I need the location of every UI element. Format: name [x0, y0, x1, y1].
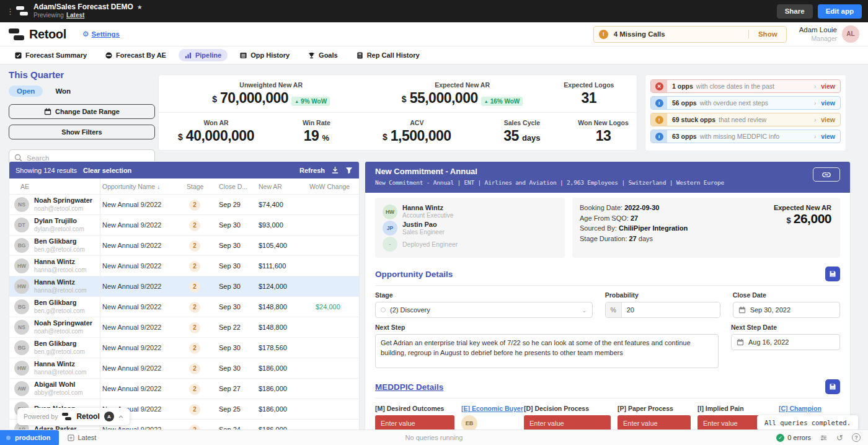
- member-name: Justin Pao: [402, 221, 445, 229]
- settings-link[interactable]: ⚙ Settings: [82, 30, 120, 38]
- show-button[interactable]: Show: [755, 30, 781, 38]
- table-row[interactable]: HW Hanna Wintz hanna@retool.com New Annu…: [9, 358, 359, 379]
- tab-forecast-summary[interactable]: Forecast Summary: [9, 49, 93, 61]
- environment-chip[interactable]: production: [0, 430, 59, 445]
- paper-process-input[interactable]: [618, 415, 691, 430]
- ae-email: ben.g@retool.com: [34, 348, 85, 356]
- alert-count: 1 opps: [672, 82, 693, 90]
- chevron-up-icon[interactable]: [118, 415, 123, 418]
- clear-selection-button[interactable]: Clear selection: [83, 167, 131, 174]
- tab-goals[interactable]: Goals: [302, 49, 344, 61]
- table-row[interactable]: BG Ben Glikbarg ben.g@retool.com New Ann…: [9, 338, 359, 358]
- view-link[interactable]: view: [821, 82, 835, 90]
- menu-dots-icon[interactable]: ⋮: [6, 7, 14, 16]
- opportunity-name: New Annual 9/2022: [100, 221, 184, 229]
- toggle-open[interactable]: Open: [9, 86, 43, 97]
- team-member-se: JP Justin PaoSales Engineer: [383, 221, 557, 236]
- debug-tools-icon[interactable]: [820, 434, 828, 442]
- avatar: BG: [14, 299, 29, 314]
- close-date: Sep 30: [216, 283, 256, 290]
- decision-process-label: [D] Decision Process: [524, 405, 611, 412]
- currency-prefix: $: [402, 94, 407, 104]
- table-row[interactable]: BG Ben Glikbarg ben.g@retool.com New Ann…: [9, 297, 359, 317]
- download-icon[interactable]: [331, 166, 339, 174]
- column-header-opportunity[interactable]: Opportunity Name↓: [100, 183, 184, 190]
- table-row[interactable]: HW Hanna Wintz hanna@retool.com New Annu…: [9, 256, 359, 276]
- help-icon[interactable]: ?: [852, 433, 861, 442]
- kpi-won-ar: Won AR $40,000,000: [159, 119, 273, 144]
- table-row[interactable]: NS Noah Springwater noah@retool.com New …: [9, 195, 359, 215]
- economic-buyer-link[interactable]: [E] Economic Buyer: [461, 405, 517, 412]
- history-icon[interactable]: ↺: [836, 433, 843, 443]
- table-header-row: AE Opportunity Name↓ Stage Close D... Ne…: [9, 178, 359, 195]
- booking-card: Booking Date: 2022-09-30 Age From SQO: 2…: [572, 198, 840, 258]
- view-link[interactable]: view: [821, 99, 835, 107]
- view-link[interactable]: view: [821, 116, 835, 123]
- results-summary: Showing 124 results: [16, 167, 77, 174]
- version-link[interactable]: Latest: [66, 12, 84, 19]
- filter-funnel-icon[interactable]: [345, 167, 353, 174]
- edit-app-button[interactable]: Edit app: [818, 4, 862, 19]
- new-ar-value: $178,560: [256, 344, 307, 351]
- change-date-range-button[interactable]: Change Date Range: [9, 104, 155, 119]
- ae-email: ben.g@retool.com: [34, 307, 85, 315]
- toggle-won[interactable]: Won: [55, 87, 71, 95]
- table-row[interactable]: AW Abigail Wohl abby@retool.com New Annu…: [9, 379, 359, 399]
- alert-close-dates[interactable]: ✕ 1 oppswith close dates in the past› vi…: [650, 79, 841, 93]
- kpi-value: 19: [304, 128, 319, 144]
- tab-opp-history[interactable]: Opp History: [234, 49, 296, 61]
- ae-email: noah@retool.com: [34, 328, 92, 336]
- probability-input[interactable]: [622, 302, 720, 317]
- alert-stuck-opps[interactable]: ! 69 stuck oppsthat need review› view: [650, 113, 841, 126]
- powered-by-retool-badge[interactable]: Powered by Retool A: [17, 408, 130, 425]
- decision-process-input[interactable]: [524, 415, 611, 430]
- new-ar-value: $124,000: [256, 283, 307, 290]
- kpi-label: Win Rate: [273, 119, 360, 126]
- missing-calls-text: 4 Missing Calls: [614, 30, 665, 38]
- wow-badge-label: 16% WoW: [490, 98, 520, 105]
- chevron-right-icon: ›: [814, 117, 816, 123]
- desired-outcomes-input[interactable]: [375, 415, 454, 430]
- favorite-star-icon[interactable]: ★: [137, 4, 143, 12]
- release-version[interactable]: Latest: [68, 434, 96, 441]
- table-row[interactable]: BG Ben Glikbarg ben.g@retool.com New Ann…: [9, 236, 359, 256]
- column-header-ae[interactable]: AE: [9, 183, 100, 190]
- column-header-new-ar[interactable]: New AR: [256, 183, 307, 190]
- alert-missing-meddpic[interactable]: i 63 oppswith missing MEDDPIC info› view: [650, 130, 841, 143]
- errors-indicator[interactable]: ✓ 0 errors: [776, 434, 811, 442]
- economic-buyer-avatar[interactable]: EB: [461, 415, 477, 430]
- avatar[interactable]: AL: [842, 25, 859, 43]
- column-header-close-date[interactable]: Close D...: [216, 183, 256, 190]
- refresh-button[interactable]: Refresh: [299, 167, 325, 174]
- stage-select[interactable]: (2) Discovery ⌄: [375, 302, 593, 318]
- champion-link[interactable]: [C] Champion: [779, 405, 840, 412]
- kpi-value: 40,000,000: [186, 128, 254, 144]
- tab-forecast-by-ae[interactable]: Forecast By AE: [99, 49, 172, 61]
- close-date-input[interactable]: Sep 30, 2022: [733, 302, 840, 318]
- save-opportunity-button[interactable]: [825, 267, 840, 281]
- close-date: Sep 27: [216, 385, 256, 392]
- next-step-date-input[interactable]: Aug 16, 2022: [731, 334, 840, 350]
- user-menu[interactable]: Adam Louie Manager AL: [799, 25, 859, 43]
- tab-pipeline[interactable]: Pipeline: [179, 49, 228, 61]
- save-meddpic-button[interactable]: [825, 379, 840, 394]
- kpi-win-rate: Win Rate 19%: [273, 119, 360, 144]
- alert-overdue-steps[interactable]: i 56 oppswith overdue next steps› view: [650, 96, 841, 110]
- column-header-stage[interactable]: Stage: [184, 183, 216, 190]
- copy-link-button[interactable]: [813, 167, 840, 182]
- column-header-wow-change[interactable]: WoW Change: [307, 183, 359, 190]
- implied-pain-label: [I] Implied Pain: [698, 405, 772, 412]
- table-row[interactable]: NS Noah Springwater noah@retool.com New …: [9, 317, 359, 338]
- tab-label: Forecast Summary: [25, 51, 87, 59]
- check-icon: ✓: [776, 434, 784, 442]
- stage-badge: 2: [189, 425, 200, 430]
- chevron-down-icon: ⌄: [582, 307, 587, 314]
- next-step-textarea[interactable]: Get Adrian an enterprise trial key week …: [375, 334, 719, 368]
- tab-rep-call-history[interactable]: Rep Call History: [350, 49, 426, 61]
- view-link[interactable]: view: [821, 133, 835, 140]
- show-filters-button[interactable]: Show Filters: [9, 125, 155, 139]
- share-button[interactable]: Share: [777, 4, 813, 19]
- table-row[interactable]: DT Dylan Trujillo dylan@retool.com New A…: [9, 215, 359, 236]
- expected-new-ar: Expected New AR $26,000: [774, 204, 831, 226]
- table-row[interactable]: HW Hanna Wintz hanna@retool.com New Annu…: [9, 276, 359, 297]
